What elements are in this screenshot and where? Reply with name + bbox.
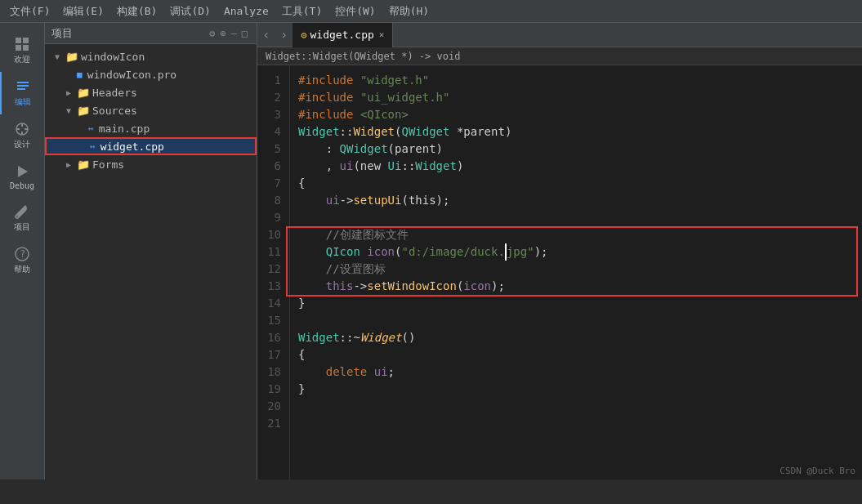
- ln-13: 13: [266, 278, 281, 295]
- ln-8: 8: [266, 192, 281, 209]
- panel-minus-btn[interactable]: —: [231, 28, 237, 39]
- tree-item-main-cpp[interactable]: ↔ main.cpp: [45, 119, 257, 137]
- menu-controls[interactable]: 控件(W): [328, 2, 382, 20]
- menu-help[interactable]: 帮助(H): [382, 2, 435, 20]
- breadcrumb-bar: Widget::Widget(QWidget *) -> void: [257, 47, 862, 65]
- sidebar-label-welcome: 欢迎: [14, 54, 30, 65]
- svg-rect-4: [17, 82, 29, 83]
- menu-edit[interactable]: 编辑(E): [56, 2, 109, 20]
- tab-label-widget: widget.cpp: [310, 29, 374, 41]
- tab-icon-widget: ⚙: [301, 29, 306, 41]
- code-line-3: #include <QIcon>: [298, 106, 854, 123]
- menu-bar: 文件(F) 编辑(E) 构建(B) 调试(D) Analyze 工具(T) 控件…: [0, 0, 862, 23]
- sidebar-label-design: 设计: [14, 139, 30, 150]
- sidebar-item-welcome[interactable]: 欢迎: [0, 29, 44, 72]
- menu-analyze[interactable]: Analyze: [217, 3, 275, 19]
- sidebar-item-design[interactable]: 设计: [0, 114, 44, 157]
- code-line-2: #include "ui_widget.h": [298, 89, 854, 106]
- tree-arrow-sources: ▼: [63, 106, 74, 115]
- debug-icon: [14, 163, 30, 180]
- code-line-11: QIcon icon("d:/image/duck.|jpg");: [298, 243, 854, 261]
- panel-filter-btn[interactable]: ⚙: [209, 28, 215, 39]
- tree-label-root: windowIcon: [81, 51, 257, 63]
- ln-9: 9: [266, 209, 281, 226]
- ln-21: 21: [266, 415, 281, 432]
- code-line-16: Widget::~Widget(): [298, 329, 854, 346]
- ln-4: 4: [266, 123, 281, 140]
- sidebar-item-edit[interactable]: 编辑: [0, 72, 44, 114]
- panel-title-text: 项目: [51, 26, 73, 41]
- code-content[interactable]: #include "widget.h" #include "ui_widget.…: [290, 65, 862, 479]
- code-line-9: [298, 209, 854, 226]
- tree-item-root[interactable]: ▼ 📁 windowIcon: [45, 47, 257, 65]
- panel-title: 项目 ⚙ ⊕ — □: [45, 23, 257, 44]
- tree-item-sources[interactable]: ▼ 📁 Sources: [45, 101, 257, 119]
- code-line-1: #include "widget.h": [298, 72, 854, 89]
- code-line-4: Widget::Widget(QWidget *parent): [298, 123, 854, 140]
- sidebar-item-help[interactable]: ? 帮助: [0, 239, 44, 282]
- code-line-6: , ui(new Ui::Widget): [298, 158, 854, 175]
- panel-link-btn[interactable]: ⊕: [220, 28, 226, 39]
- watermark: CSDN @Duck Bro: [779, 466, 855, 476]
- tree-arrow-root: ▼: [51, 52, 63, 61]
- svg-rect-6: [17, 88, 25, 90]
- tree-item-forms[interactable]: ▶ 📁 Forms: [45, 155, 257, 173]
- ln-12: 12: [266, 261, 281, 278]
- ln-18: 18: [266, 364, 281, 381]
- tab-widget-cpp[interactable]: ⚙ widget.cpp ✕: [293, 23, 393, 47]
- ln-17: 17: [266, 346, 281, 364]
- menu-debug[interactable]: 调试(D): [163, 2, 217, 20]
- project-panel: 项目 ⚙ ⊕ — □ ▼ 📁 windowIcon ■ windowIcon.p…: [45, 23, 257, 479]
- sidebar-icons: 欢迎 编辑 设计 Debug: [0, 23, 45, 479]
- code-line-10: //创建图标文件: [298, 226, 854, 243]
- sidebar-item-debug[interactable]: Debug: [0, 157, 44, 197]
- sidebar-item-project[interactable]: 项目: [0, 197, 44, 239]
- editor-content-wrapper: 1 2 3 4 5 6 7 8 9 10 11 12 13 14 15 16 1: [257, 65, 862, 479]
- code-line-14: }: [298, 295, 854, 312]
- menu-file[interactable]: 文件(F): [3, 2, 56, 20]
- menu-tools[interactable]: 工具(T): [275, 2, 328, 20]
- svg-marker-12: [18, 166, 28, 177]
- menu-build[interactable]: 构建(B): [110, 2, 163, 20]
- tab-nav-left[interactable]: ‹: [257, 27, 275, 42]
- sidebar-label-project: 项目: [14, 221, 30, 233]
- tree-item-headers[interactable]: ▶ 📁 Headers: [45, 83, 257, 101]
- code-line-18: delete ui;: [298, 364, 854, 381]
- svg-rect-10: [16, 128, 20, 130]
- code-line-13: this->setWindowIcon(icon);: [298, 278, 854, 295]
- sources-folder-icon: 📁: [77, 105, 90, 117]
- svg-rect-9: [21, 132, 23, 135]
- sidebar-label-debug: Debug: [10, 181, 34, 190]
- ln-15: 15: [266, 312, 281, 329]
- tree-label-pro: windowIcon.pro: [87, 69, 257, 81]
- grid-icon: [14, 36, 30, 52]
- svg-rect-0: [16, 38, 21, 43]
- ln-19: 19: [266, 381, 281, 398]
- svg-rect-1: [23, 38, 29, 43]
- code-line-20: [298, 398, 854, 415]
- tree-arrow-forms: ▶: [63, 160, 74, 169]
- panel-plus-btn[interactable]: □: [242, 28, 248, 39]
- ln-16: 16: [266, 329, 281, 346]
- tree-item-pro[interactable]: ■ windowIcon.pro: [45, 65, 257, 83]
- sidebar-label-help: 帮助: [14, 264, 30, 275]
- code-editor[interactable]: 1 2 3 4 5 6 7 8 9 10 11 12 13 14 15 16 1: [257, 65, 862, 479]
- help-icon: ?: [14, 246, 30, 262]
- svg-rect-11: [25, 128, 28, 130]
- tree-item-widget-cpp[interactable]: ↔ widget.cpp: [45, 137, 257, 155]
- code-line-15: [298, 312, 854, 329]
- tab-close-widget[interactable]: ✕: [379, 29, 385, 40]
- tab-nav-right[interactable]: ›: [275, 27, 293, 42]
- svg-point-13: [16, 216, 19, 218]
- cpp-file-icon-widget: ↔: [90, 141, 96, 152]
- breadcrumb-text: Widget::Widget(QWidget *) -> void: [266, 51, 460, 62]
- main-layout: 欢迎 编辑 设计 Debug: [0, 23, 862, 479]
- ln-5: 5: [266, 140, 281, 158]
- ln-10: 10: [266, 226, 281, 243]
- cpp-file-icon-main: ↔: [88, 123, 94, 134]
- folder-icon: 📁: [65, 51, 78, 63]
- svg-rect-3: [23, 45, 29, 51]
- ln-20: 20: [266, 398, 281, 415]
- code-line-12: //设置图标: [298, 261, 854, 278]
- tree-arrow-headers: ▶: [63, 88, 74, 97]
